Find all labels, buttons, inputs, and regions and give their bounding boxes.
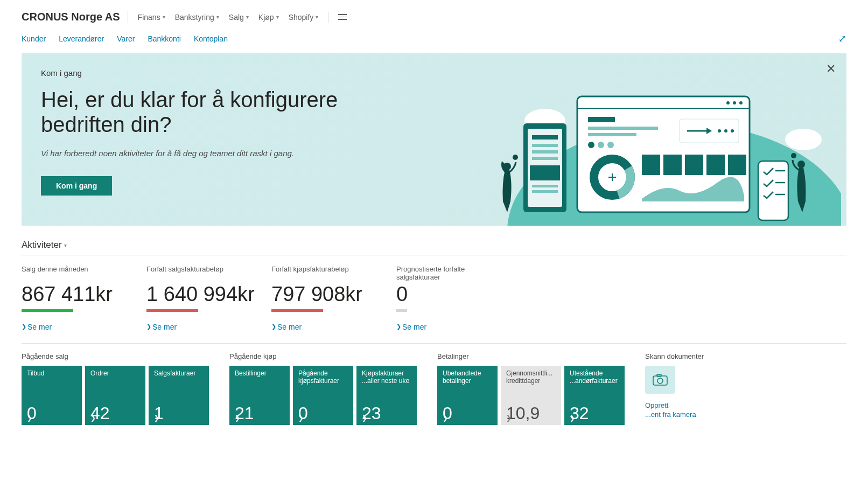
getting-started-banner: ✕ Kom i gang Hei, er du klar for å konfi… — [22, 53, 846, 226]
chevron-right-icon: ❯ — [90, 414, 96, 422]
svg-rect-10 — [532, 185, 558, 187]
chevron-down-icon: ▾ — [64, 242, 67, 248]
tile-value: 0 — [298, 405, 348, 422]
nav-bankstyring[interactable]: Bankstyring▾ — [175, 13, 219, 22]
kpi-see-more-link[interactable]: ❯Se mer — [271, 323, 302, 331]
svg-point-45 — [791, 153, 796, 158]
kpi-value[interactable]: 867 411kr — [22, 283, 136, 306]
divider — [22, 255, 846, 255]
svg-point-20 — [588, 142, 594, 148]
svg-point-25 — [718, 129, 721, 133]
tile-orders[interactable]: Ordrer 42 ❯ — [85, 366, 145, 425]
expand-icon[interactable]: ⤢ — [838, 33, 846, 45]
svg-point-15 — [739, 101, 743, 104]
tile-label: Bestillinger — [235, 370, 284, 386]
tile-value: 21 — [235, 405, 284, 422]
nav-finans[interactable]: Finans▾ — [138, 13, 165, 22]
tile-label: Pågående kjøpsfakturaer — [298, 370, 348, 386]
tile-value: 42 — [90, 405, 140, 422]
tile-purchase-invoices-next-week[interactable]: Kjøpsfakturaer ...aller neste uke 23 ❯ — [356, 366, 417, 425]
chevron-right-icon: ❯ — [22, 323, 26, 330]
kpi-label: Forfalt salgsfakturabeløp — [146, 265, 261, 283]
activities-header[interactable]: Aktiviteter▾ — [22, 240, 846, 250]
chevron-right-icon: ❯ — [271, 323, 276, 330]
tile-unprocessed-payments[interactable]: Ubehandlede betalinger 0 ❯ — [437, 366, 498, 425]
kpi-row: Salg denne måneden 867 411kr ❯Se mer For… — [22, 265, 846, 331]
kpi-bar — [146, 309, 198, 312]
nav-kjop[interactable]: Kjøp▾ — [258, 13, 279, 22]
tile-label: Ubehandlede betalinger — [443, 370, 492, 386]
chevron-right-icon: ❯ — [146, 323, 151, 330]
kpi-label: Forfalt kjøpsfakturabeløp — [271, 265, 386, 283]
subnav-kunder[interactable]: Kunder — [22, 34, 46, 43]
tile-label: Ordrer — [90, 370, 140, 386]
tile-sales-invoices[interactable]: Salgsfakturaer 1 ❯ — [149, 366, 209, 425]
svg-rect-38 — [758, 161, 788, 220]
kpi-bar — [271, 309, 323, 312]
kpi-see-more-link[interactable]: ❯Se mer — [146, 323, 177, 331]
close-icon[interactable]: ✕ — [826, 62, 836, 76]
kpi-overdue-sales: Forfalt salgsfakturabeløp 1 640 994kr ❯S… — [146, 265, 271, 331]
tile-value: 23 — [362, 405, 411, 422]
svg-point-13 — [726, 101, 730, 104]
tile-pending-purchase-invoices[interactable]: Pågående kjøpsfakturaer 0 ❯ — [293, 366, 353, 425]
get-started-button[interactable]: Kom i gang — [41, 176, 112, 196]
nav-salg[interactable]: Salg▾ — [229, 13, 249, 22]
tile-label: Salgsfakturaer — [154, 370, 204, 386]
scan-create-link[interactable]: Opprett ...ent fra kamera — [645, 401, 704, 420]
kpi-value[interactable]: 797 908kr — [271, 283, 386, 306]
chevron-down-icon: ▾ — [216, 14, 219, 20]
top-nav: CRONUS Norge AS Finans▾ Bankstyring▾ Sal… — [22, 11, 846, 30]
kpi-bar — [22, 309, 73, 312]
scan-documents-group: Skann dokumenter Opprett ...ent fra kame… — [645, 352, 704, 420]
company-name: CRONUS Norge AS — [22, 11, 128, 23]
svg-point-14 — [733, 101, 736, 104]
banner-description: Vi har forberedt noen aktiviteter for å … — [41, 149, 321, 158]
tile-value: 32 — [570, 405, 619, 422]
tile-group-purchase: Pågående kjøp Bestillinger 21 ❯ Pågående… — [229, 352, 417, 425]
banner-illustration — [464, 75, 841, 226]
svg-rect-9 — [530, 165, 560, 180]
subnav-bankkonti[interactable]: Bankkonti — [148, 34, 180, 43]
svg-rect-5 — [532, 135, 558, 140]
kpi-see-more-link[interactable]: ❯Se mer — [396, 323, 426, 331]
tile-label: Utestående ...andørfakturaer — [570, 370, 619, 386]
kpi-value[interactable]: 1 640 994kr — [146, 283, 261, 306]
hamburger-menu-icon[interactable] — [338, 14, 347, 20]
kpi-value[interactable]: 0 — [396, 283, 510, 306]
chevron-down-icon: ▾ — [276, 14, 279, 20]
banner-title: Hei, er du klar for å konfigurere bedrif… — [41, 87, 342, 137]
subnav-kontoplan[interactable]: Kontoplan — [194, 34, 228, 43]
tile-quotes[interactable]: Tilbud 0 ❯ — [22, 366, 82, 425]
chevron-down-icon: ▾ — [246, 14, 249, 20]
divider — [328, 12, 328, 23]
svg-rect-36 — [706, 155, 725, 175]
camera-icon — [653, 374, 668, 386]
chevron-right-icon: ❯ — [506, 414, 512, 422]
chevron-down-icon: ▾ — [316, 14, 318, 20]
kpi-label: Prognostiserte forfalte salgsfakturaer — [396, 265, 510, 283]
svg-rect-47 — [657, 374, 661, 377]
svg-point-22 — [607, 142, 614, 148]
scan-camera-button[interactable] — [645, 366, 675, 394]
tile-value: 0 — [443, 405, 492, 422]
tile-value: 10,9 — [506, 405, 556, 422]
subnav-leverandorer[interactable]: Leverandører — [59, 34, 104, 43]
group-label: Skann dokumenter — [645, 352, 704, 360]
kpi-sales-month: Salg denne måneden 867 411kr ❯Se mer — [22, 265, 146, 331]
tile-value: 1 — [154, 405, 204, 422]
tile-label: Gjennomsnittli... kredittdager — [506, 370, 556, 386]
svg-rect-7 — [532, 150, 558, 154]
svg-rect-8 — [532, 157, 558, 160]
kpi-see-more-link[interactable]: ❯Se mer — [22, 323, 52, 331]
subnav-varer[interactable]: Varer — [117, 34, 135, 43]
kpi-overdue-purchase: Forfalt kjøpsfakturabeløp 797 908kr ❯Se … — [271, 265, 396, 331]
tile-purchase-orders[interactable]: Bestillinger 21 ❯ — [229, 366, 290, 425]
tile-value: 0 — [27, 405, 76, 422]
kpi-forecast: Prognostiserte forfalte salgsfakturaer 0… — [396, 265, 521, 331]
tile-outstanding-vendor-invoices[interactable]: Utestående ...andørfakturaer 32 ❯ — [564, 366, 625, 425]
nav-shopify[interactable]: Shopify▾ — [289, 13, 319, 22]
tile-avg-credit-days[interactable]: Gjennomsnittli... kredittdager 10,9 ❯ — [501, 366, 561, 425]
svg-rect-18 — [588, 127, 658, 130]
svg-rect-6 — [532, 144, 558, 147]
